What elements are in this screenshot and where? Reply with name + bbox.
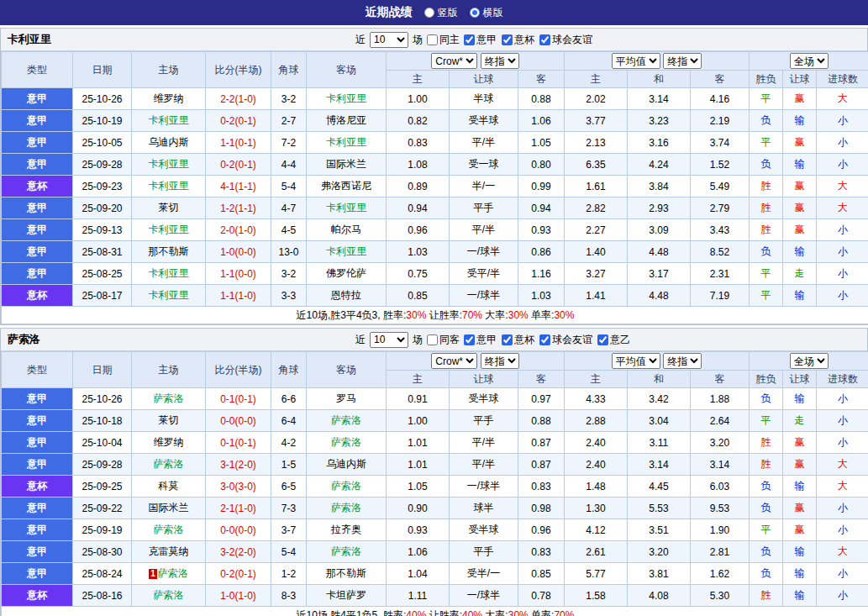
average-select[interactable]: 平均值 (612, 353, 660, 369)
avg-draw-odds: 4.24 (628, 154, 691, 176)
home-team-name[interactable]: 科莫 (159, 480, 179, 492)
col-avg-away-odds: 客 (691, 371, 750, 388)
match-row: 意杯25-09-25科莫3-0(3-0)6-5萨索洛1.05一/球半0.831.… (2, 476, 868, 498)
score-cell: 4-1(1-1) (206, 176, 271, 197)
match-row: 意甲25-10-18莱切0-0(0-0)6-4萨索洛1.00平手0.882.88… (2, 410, 868, 432)
match-date: 25-10-18 (73, 410, 132, 432)
match-date: 25-08-16 (73, 585, 132, 607)
same-side-checkbox[interactable] (427, 34, 438, 45)
radio-horizontal-layout[interactable]: 横版 (470, 6, 503, 20)
league-checkbox[interactable] (539, 34, 550, 45)
away-team-name[interactable]: 卡坦萨罗 (326, 589, 366, 601)
scope-select[interactable]: 全场 (790, 53, 829, 69)
league-checkbox[interactable] (597, 334, 608, 345)
home-team-name[interactable]: 克雷莫纳 (149, 545, 189, 557)
away-team-name[interactable]: 萨索洛 (331, 436, 361, 448)
league-filter[interactable]: 球会友谊 (539, 333, 592, 347)
sections-container: 卡利亚里 近 10 场 同主 意甲意杯球会友谊 类型 日期 主场 比分(半场) (0, 28, 868, 616)
home-team-name[interactable]: 卡利亚里 (149, 180, 189, 192)
home-team-cell: 卡利亚里 (132, 285, 206, 307)
home-team-name[interactable]: 卡利亚里 (149, 158, 189, 170)
average-select[interactable]: 平均值 (612, 53, 660, 69)
away-team-name[interactable]: 罗马 (336, 392, 356, 404)
away-team-name[interactable]: 萨索洛 (331, 545, 361, 557)
home-team-name[interactable]: 卡利亚里 (149, 289, 189, 301)
league-checkbox[interactable] (464, 34, 475, 45)
early-away-odds: 0.80 (518, 154, 565, 176)
team-name[interactable]: 卡利亚里 (8, 32, 134, 47)
early-handicap: 受平/半 (450, 263, 518, 285)
corner-cell: 3-2 (271, 88, 307, 110)
league-checkbox[interactable] (539, 334, 550, 345)
away-team-name[interactable]: 卡利亚里 (326, 202, 366, 213)
result-handicap: 输 (783, 585, 817, 607)
away-team-name[interactable]: 萨索洛 (331, 480, 361, 492)
recent-count-select[interactable]: 10 (370, 32, 408, 48)
away-team-name[interactable]: 萨索洛 (331, 414, 361, 426)
home-team-name[interactable]: 萨索洛 (154, 392, 184, 404)
radio-vertical-layout[interactable]: 竖版 (424, 6, 458, 20)
avg-stage-select[interactable]: 终指 (663, 353, 702, 369)
home-team-name[interactable]: 卡利亚里 (149, 267, 189, 279)
league-filter[interactable]: 意甲 (464, 333, 497, 347)
match-date: 25-09-28 (73, 454, 132, 476)
league-checkbox[interactable] (464, 334, 475, 345)
avg-stage-select[interactable]: 终指 (663, 53, 702, 69)
home-team-name[interactable]: 维罗纳 (154, 436, 184, 448)
away-team-name[interactable]: 卡利亚里 (326, 136, 366, 148)
col-away: 客场 (307, 52, 387, 88)
home-team-name[interactable]: 莱切 (159, 414, 179, 426)
result-goals: 小 (817, 388, 868, 410)
home-team-name[interactable]: 萨索洛 (154, 458, 184, 470)
away-team-name[interactable]: 卡利亚里 (326, 245, 366, 257)
odds-stage-select[interactable]: 终指 (481, 353, 519, 369)
home-team-name[interactable]: 卡利亚里 (149, 224, 189, 235)
away-team-name[interactable]: 卡利亚里 (326, 92, 366, 104)
home-team-name[interactable]: 萨索洛 (158, 567, 188, 579)
away-team-name[interactable]: 恩特拉 (331, 289, 361, 301)
league-type-cell: 意甲 (2, 432, 73, 454)
league-filter[interactable]: 球会友谊 (539, 33, 592, 47)
away-team-name[interactable]: 博洛尼亚 (326, 114, 366, 126)
team-name[interactable]: 萨索洛 (8, 332, 134, 347)
odds-stage-select[interactable]: 终指 (481, 53, 519, 69)
league-filter[interactable]: 意杯 (502, 333, 534, 347)
odds-company-select[interactable]: Crow* (431, 53, 477, 69)
col-goals: 进球数 (817, 71, 868, 88)
home-team-name[interactable]: 萨索洛 (154, 524, 184, 535)
result-outcome: 负 (750, 388, 783, 410)
home-team-name[interactable]: 国际米兰 (149, 502, 189, 513)
away-team-name[interactable]: 弗洛西诺尼 (321, 180, 371, 192)
same-side-checkbox[interactable] (427, 334, 438, 345)
home-team-name[interactable]: 那不勒斯 (149, 245, 189, 257)
league-filter[interactable]: 意乙 (597, 333, 630, 347)
home-team-name[interactable]: 萨索洛 (154, 589, 184, 601)
away-team-name[interactable]: 萨索洛 (331, 502, 361, 513)
league-filter[interactable]: 意甲 (464, 33, 497, 47)
league-filter[interactable]: 意杯 (502, 33, 534, 47)
away-team-name[interactable]: 佛罗伦萨 (326, 267, 366, 279)
result-goals: 大 (817, 197, 868, 219)
away-team-name[interactable]: 帕尔马 (331, 224, 361, 235)
home-team-name[interactable]: 卡利亚里 (149, 114, 189, 126)
home-team-name[interactable]: 莱切 (159, 202, 179, 213)
summary-stat-label: 大率: (482, 309, 508, 321)
away-team-name[interactable]: 乌迪内斯 (326, 458, 366, 470)
recent-count-select[interactable]: 10 (370, 332, 408, 348)
away-team-name[interactable]: 拉齐奥 (331, 524, 361, 535)
summary-stat-value: 70% (462, 309, 482, 321)
scope-select[interactable]: 全场 (790, 353, 829, 369)
home-team-name[interactable]: 维罗纳 (154, 92, 184, 104)
league-checkbox[interactable] (502, 334, 513, 345)
corner-cell: 4-7 (271, 197, 307, 219)
away-team-name[interactable]: 国际米兰 (326, 158, 366, 170)
same-side-filter[interactable]: 同主 (427, 33, 460, 47)
home-team-name[interactable]: 乌迪内斯 (149, 136, 189, 148)
away-team-name[interactable]: 那不勒斯 (326, 567, 366, 579)
odds-company-select[interactable]: Crow* (431, 353, 477, 369)
col-early-away-odds: 客 (518, 71, 565, 88)
league-filters: 意甲意杯球会友谊意乙 (464, 333, 630, 347)
match-row: 意甲25-10-26维罗纳2-2(1-0)3-2卡利亚里1.00半球0.882.… (2, 88, 868, 110)
same-side-filter[interactable]: 同客 (427, 333, 460, 347)
league-checkbox[interactable] (502, 34, 513, 45)
